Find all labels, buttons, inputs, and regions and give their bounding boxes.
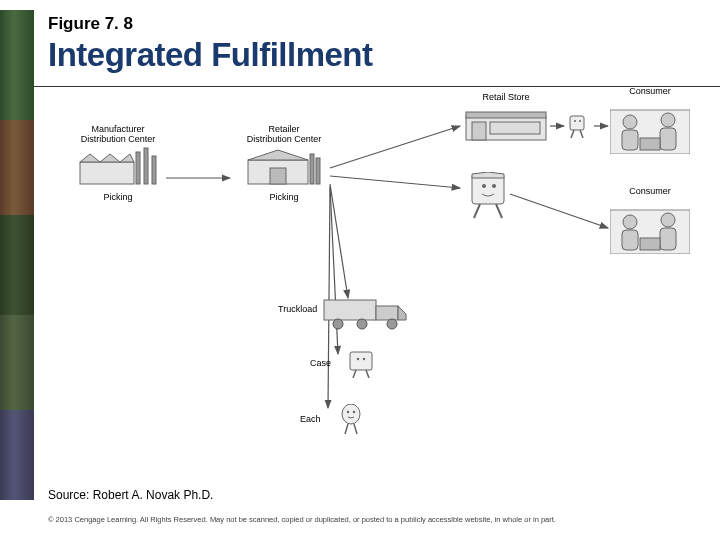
svg-line-60 (345, 424, 348, 434)
svg-rect-46 (324, 300, 376, 320)
node-case: Case (304, 350, 384, 382)
label-mfg-dc-1: Manufacturer (91, 124, 144, 134)
svg-rect-23 (570, 116, 584, 130)
svg-point-37 (492, 184, 496, 188)
svg-point-53 (357, 358, 359, 360)
label-truckload: Truckload (278, 304, 317, 314)
svg-line-55 (353, 370, 356, 378)
svg-rect-17 (310, 154, 314, 184)
svg-rect-32 (660, 128, 676, 150)
svg-rect-45 (640, 238, 660, 250)
figure-number: Figure 7. 8 (48, 14, 700, 34)
svg-line-1 (330, 126, 460, 168)
factory-icon (78, 146, 158, 186)
walking-package-large (466, 172, 510, 224)
svg-point-31 (661, 113, 675, 127)
svg-point-36 (482, 184, 486, 188)
svg-rect-44 (660, 228, 676, 250)
consumer-icon (610, 100, 690, 154)
node-retailer-dc: Retailer Distribution Center Picking (234, 146, 334, 188)
svg-point-54 (363, 358, 365, 360)
svg-point-57 (342, 404, 360, 424)
case-package-icon (347, 350, 375, 380)
svg-line-26 (571, 130, 574, 138)
walking-package-small (566, 114, 588, 144)
svg-point-58 (347, 411, 349, 413)
svg-point-25 (579, 120, 581, 122)
source-line: Source: Robert A. Novak Ph.D. (48, 488, 213, 502)
label-ret-dc-2: Distribution Center (247, 134, 322, 144)
copyright-line: © 2013 Cengage Learning. All Rights Rese… (48, 515, 556, 524)
package-walk-large-icon (466, 172, 510, 220)
node-each: Each (294, 404, 374, 438)
node-truckload: Truckload (282, 296, 402, 334)
svg-marker-35 (472, 172, 504, 178)
title-divider (34, 86, 720, 87)
svg-line-38 (474, 204, 480, 218)
svg-point-41 (623, 215, 637, 229)
node-consumer-1: Consumer (610, 100, 690, 156)
flow-diagram: Manufacturer Distribution Center Picking… (48, 98, 708, 468)
label-case: Case (310, 358, 331, 368)
node-consumer-2: Consumer (610, 200, 690, 256)
svg-point-51 (387, 319, 397, 329)
svg-rect-42 (622, 230, 638, 250)
label-consumer-2: Consumer (629, 186, 671, 196)
svg-rect-16 (270, 168, 286, 184)
svg-rect-33 (640, 138, 660, 150)
svg-line-2 (330, 176, 460, 188)
warehouse-icon (244, 146, 324, 186)
svg-rect-52 (350, 352, 372, 370)
svg-line-8 (510, 194, 608, 228)
label-retail-store: Retail Store (482, 92, 529, 102)
node-manufacturer-dc: Manufacturer Distribution Center Picking (68, 146, 168, 188)
svg-rect-12 (144, 148, 148, 184)
node-retail-store: Retail Store (462, 106, 550, 144)
svg-rect-9 (80, 162, 134, 184)
svg-marker-15 (248, 150, 308, 160)
consumer-icon (610, 200, 690, 254)
svg-point-50 (357, 319, 367, 329)
svg-rect-30 (622, 130, 638, 150)
svg-rect-21 (472, 122, 486, 140)
label-picking-2: Picking (269, 192, 298, 202)
header: Figure 7. 8 Integrated Fulfillment (48, 14, 700, 74)
label-ret-dc-1: Retailer (268, 124, 299, 134)
label-mfg-dc-2: Distribution Center (81, 134, 156, 144)
slide: Figure 7. 8 Integrated Fulfillment (0, 0, 720, 540)
svg-point-43 (661, 213, 675, 227)
svg-rect-13 (152, 156, 156, 184)
slide-title: Integrated Fulfillment (48, 36, 700, 74)
each-package-icon (339, 404, 363, 436)
svg-line-39 (496, 204, 502, 218)
truck-icon (322, 296, 412, 332)
svg-point-59 (353, 411, 355, 413)
svg-line-61 (354, 424, 357, 434)
svg-rect-20 (466, 112, 546, 118)
svg-rect-22 (490, 122, 540, 134)
svg-line-27 (580, 130, 583, 138)
svg-rect-47 (376, 306, 398, 320)
svg-point-24 (574, 120, 576, 122)
svg-marker-48 (398, 306, 406, 320)
package-walk-icon (566, 114, 588, 140)
svg-point-29 (623, 115, 637, 129)
label-picking-1: Picking (103, 192, 132, 202)
svg-point-49 (333, 319, 343, 329)
svg-rect-18 (316, 158, 320, 184)
store-icon (462, 106, 550, 142)
label-consumer-1: Consumer (629, 86, 671, 96)
svg-line-56 (366, 370, 369, 378)
svg-marker-10 (80, 154, 134, 162)
svg-rect-11 (136, 152, 140, 184)
label-each: Each (300, 414, 321, 424)
sidebar-decoration (0, 10, 34, 500)
